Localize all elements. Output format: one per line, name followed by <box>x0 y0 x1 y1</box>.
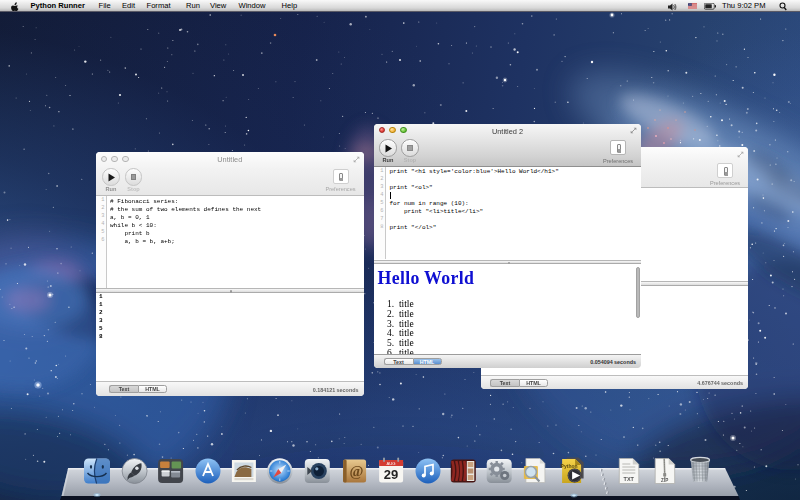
svg-text:ZIP: ZIP <box>661 478 668 483</box>
svg-text:AUG: AUG <box>387 461 396 466</box>
svg-text:29: 29 <box>384 467 398 482</box>
svg-text:TXT: TXT <box>624 476 635 482</box>
svg-text:Python: Python <box>561 463 578 469</box>
svg-text:@: @ <box>349 463 363 479</box>
